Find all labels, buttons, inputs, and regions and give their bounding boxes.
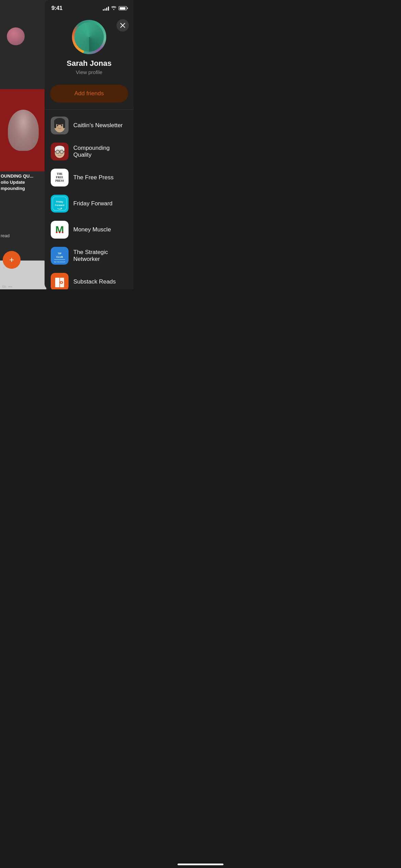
- bg-card: [0, 89, 46, 171]
- newsletter-name: The Strategic Networker: [73, 249, 127, 263]
- svg-rect-32: [54, 259, 65, 260]
- add-friends-label: Add friends: [74, 90, 104, 97]
- svg-text:FREE: FREE: [56, 176, 63, 179]
- svg-point-6: [61, 125, 62, 126]
- svg-point-13: [60, 150, 63, 154]
- battery-icon: [119, 6, 127, 10]
- list-item[interactable]: THE FREE PRESS The Free Press: [47, 165, 131, 191]
- svg-text:Friday: Friday: [56, 201, 63, 203]
- newsletter-icon-strategic: TIP CLUB NETWORKER: [51, 247, 69, 265]
- newsletter-name: Caitlin's Newsletter: [73, 122, 123, 129]
- newsletter-list: Caitlin's Newsletter: [45, 112, 134, 289]
- status-icons: [103, 6, 127, 11]
- newsletter-icon-caitlin: [51, 117, 69, 134]
- svg-rect-21: [51, 195, 69, 213]
- svg-rect-4: [63, 121, 65, 128]
- svg-text:CLUB: CLUB: [56, 256, 63, 258]
- bg-avatar: [7, 27, 25, 45]
- newsletter-icon-friday: Friday Forward: [51, 195, 69, 213]
- bg-fab: +: [3, 251, 21, 269]
- close-button[interactable]: [117, 19, 129, 32]
- add-friends-button[interactable]: Add friends: [50, 85, 128, 103]
- list-item[interactable]: Friday Forward Friday Forward: [47, 191, 131, 217]
- svg-point-5: [57, 125, 58, 126]
- svg-text:NETWORKER: NETWORKER: [54, 261, 65, 263]
- svg-text:TIP: TIP: [58, 252, 62, 255]
- top-divider: [45, 109, 134, 110]
- list-item[interactable]: Caitlin's Newsletter: [47, 112, 131, 138]
- newsletter-name: Money Muscle: [73, 226, 111, 233]
- list-item[interactable]: TIP CLUB NETWORKER The Strategic Network…: [47, 243, 131, 269]
- status-time: 9:41: [51, 5, 62, 12]
- svg-rect-3: [54, 121, 56, 128]
- newsletter-icon-money: M M: [51, 221, 69, 239]
- svg-point-12: [56, 150, 59, 154]
- list-item[interactable]: M M Money Muscle: [47, 217, 131, 243]
- newsletter-name: Compounding Quality: [73, 145, 127, 158]
- avatar: [72, 20, 106, 54]
- list-item[interactable]: Substack Reads: [47, 269, 131, 289]
- newsletter-name: The Free Press: [73, 174, 113, 181]
- bg-text-2: read: [0, 233, 10, 238]
- view-profile-link[interactable]: View profile: [76, 69, 102, 75]
- svg-rect-36: [55, 278, 60, 287]
- newsletter-name: Friday Forward: [73, 200, 112, 207]
- svg-text:Forward: Forward: [55, 204, 64, 206]
- status-bar: 9:41: [45, 0, 134, 14]
- profile-panel: 9:41 Sarah Jonas: [45, 0, 134, 289]
- svg-point-39: [61, 282, 62, 283]
- newsletter-name: Substack Reads: [73, 278, 116, 285]
- newsletter-icon-substack: [51, 273, 69, 289]
- newsletter-icon-freepress: THE FREE PRESS: [51, 169, 69, 186]
- signal-icon: [103, 6, 109, 11]
- svg-text:PRESS: PRESS: [56, 179, 64, 182]
- list-item[interactable]: Compounding Quality: [47, 138, 131, 165]
- profile-name: Sarah Jonas: [67, 59, 112, 68]
- bg-time: 6h •••: [2, 285, 12, 289]
- wifi-icon: [111, 6, 117, 11]
- newsletter-icon-compounding: [51, 143, 69, 160]
- svg-text:THE: THE: [57, 172, 63, 176]
- avatar-inner: [74, 22, 104, 52]
- bg-text-1: OUNDING QU...olio Updatempounding: [0, 173, 33, 192]
